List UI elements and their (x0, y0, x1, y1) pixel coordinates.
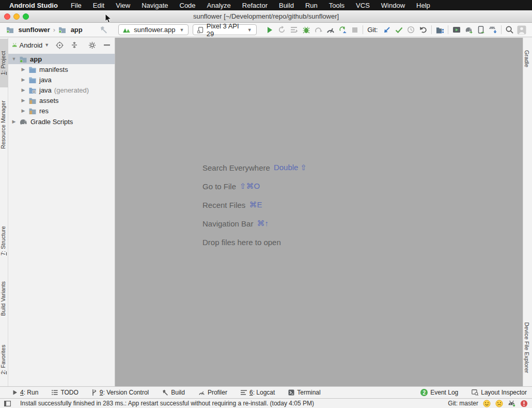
tool-stripe-build-variants[interactable]: Build Variants (0, 271, 8, 325)
run-with-coverage-button (312, 24, 324, 36)
git-rollback-button[interactable] (417, 24, 429, 36)
chevron-down-icon: ▼ (247, 27, 252, 33)
editor-empty-area[interactable]: Search Everywhere Double ⇧ Go to File ⇧⌘… (115, 38, 523, 386)
tool-stripe-resource-manager[interactable]: Resource Manager (0, 92, 8, 158)
feedback-happy-icon[interactable] (483, 400, 491, 407)
git-branch-widget[interactable]: Git: master (448, 400, 478, 407)
window-title: sunflower [~/Development/repo/github/sun… (0, 12, 532, 20)
hint-navigation-bar: Navigation Bar ⌘↑ (202, 214, 307, 233)
window-title-bar[interactable]: sunflower [~/Development/repo/github/sun… (0, 10, 532, 23)
folder-icon (28, 66, 37, 73)
project-structure-button[interactable] (434, 24, 446, 36)
toolwindow-build[interactable]: Build (162, 389, 185, 396)
debug-button[interactable] (300, 24, 312, 36)
toolbar-separator (431, 25, 432, 34)
tool-window-bar: 4: Run TODO 9: Version Control Build Pro… (0, 386, 532, 398)
menu-run[interactable]: Run (300, 2, 323, 9)
tree-item-manifests[interactable]: ▶ manifests (8, 64, 115, 74)
breadcrumb-module[interactable]: app (71, 26, 83, 34)
toolwindow-event-log[interactable]: 2 Event Log (420, 389, 458, 396)
attach-debugger-button[interactable] (336, 24, 348, 36)
menu-file[interactable]: File (65, 2, 87, 9)
menu-vcs[interactable]: VCS (350, 2, 375, 9)
run-button[interactable] (264, 24, 276, 36)
tool-stripe-project[interactable]: 1: Project (0, 39, 8, 87)
toolwindow-logcat[interactable]: 6: Logcat (241, 389, 275, 396)
project-tool-window: Android ▼ ▼ app (8, 38, 115, 386)
ide-error-icon[interactable] (520, 400, 528, 407)
tool-stripe-structure[interactable]: 7: Structure (0, 219, 8, 263)
tree-item-assets[interactable]: ▶ assets (8, 95, 115, 105)
settings-gear-icon[interactable] (88, 39, 96, 51)
terminal-icon (288, 389, 294, 396)
menu-edit[interactable]: Edit (87, 2, 110, 9)
project-view-selector[interactable]: Android (19, 41, 42, 49)
menu-tools[interactable]: Tools (323, 2, 350, 9)
feedback-sad-icon[interactable] (495, 400, 503, 407)
toolwindow-terminal[interactable]: Terminal (288, 389, 320, 396)
menu-help[interactable]: Help (411, 2, 436, 9)
tree-item-java-generated[interactable]: ▶ java (generated) (8, 85, 115, 95)
locate-file-button[interactable] (55, 39, 64, 51)
menu-analyze[interactable]: Analyze (201, 2, 237, 9)
menu-navigate[interactable]: Navigate (136, 2, 174, 9)
avd-manager-button[interactable] (450, 24, 462, 36)
run-configuration-select[interactable]: sunflower.app ▼ (118, 24, 189, 35)
menu-code[interactable]: Code (174, 2, 201, 9)
status-message[interactable]: Install successfully finished in 283 ms.… (20, 400, 314, 407)
tool-stripe-favorites[interactable]: 2: Favorites (0, 335, 8, 384)
toolwindow-todo[interactable]: TODO (52, 389, 78, 396)
device-icon (197, 26, 203, 34)
search-everywhere-button[interactable] (504, 24, 515, 36)
stop-button (349, 24, 361, 36)
version-control-icon (92, 389, 97, 396)
tree-item-res[interactable]: ▶ res (8, 105, 115, 116)
build-hammer-icon (162, 389, 168, 396)
menu-refactor[interactable]: Refactor (237, 2, 273, 9)
tree-item-gradle-scripts[interactable]: ▶ Gradle Scripts (8, 116, 115, 127)
user-avatar-icon[interactable] (515, 24, 527, 36)
keyboard-shortcut-hints: Search Everywhere Double ⇧ Go to File ⇧⌘… (202, 158, 307, 251)
expand-arrow-icon[interactable]: ▶ (21, 108, 26, 113)
expand-arrow-icon[interactable]: ▶ (21, 87, 26, 93)
hide-panel-button[interactable] (103, 39, 111, 51)
layout-inspector-icon (472, 389, 478, 396)
toolwindow-run[interactable]: 4: Run (12, 389, 38, 396)
expand-arrow-icon[interactable]: ▶ (21, 77, 26, 82)
collapse-arrow-icon[interactable]: ▼ (11, 56, 17, 62)
expand-arrow-icon[interactable]: ▶ (11, 119, 17, 124)
build-hammer-icon[interactable] (98, 24, 110, 36)
tree-item-app[interactable]: ▼ app (8, 54, 115, 64)
resources-folder-icon (28, 108, 37, 114)
toolwindow-toggle-icon[interactable] (4, 401, 11, 406)
git-commit-button[interactable] (393, 24, 405, 36)
connected-device-icon[interactable] (508, 400, 515, 407)
profile-button[interactable] (324, 24, 336, 36)
expand-arrow-icon[interactable]: ▶ (21, 98, 26, 103)
expand-arrow-icon[interactable]: ▶ (21, 67, 26, 72)
tool-stripe-device-file-explorer[interactable]: Device File Explorer (524, 311, 532, 384)
tree-item-java[interactable]: ▶ java (8, 74, 115, 85)
git-update-button[interactable] (381, 24, 393, 36)
tool-stripe-gradle[interactable]: Gradle (524, 40, 532, 78)
collapse-all-button[interactable] (70, 39, 79, 51)
toolwindow-profiler[interactable]: Profiler (198, 389, 227, 396)
chevron-down-icon[interactable]: ▼ (44, 42, 49, 48)
project-folder-icon (4, 24, 16, 36)
menu-window[interactable]: Window (375, 2, 411, 9)
toolwindow-version-control[interactable]: 9: Version Control (92, 389, 149, 396)
sdk-manager-button[interactable] (487, 24, 499, 36)
git-label: Git: (367, 26, 378, 34)
device-select[interactable]: Pixel 3 API 29 ▼ (193, 24, 256, 35)
breadcrumb-project[interactable]: sunflower (18, 26, 50, 34)
folder-icon (28, 77, 37, 83)
toolwindow-layout-inspector[interactable]: Layout Inspector (472, 389, 527, 396)
breadcrumb-chevron-icon: › (53, 26, 55, 34)
menu-build[interactable]: Build (273, 2, 300, 9)
menu-app-name[interactable]: Android Studio (9, 2, 58, 9)
run-toolwindow-icon (12, 390, 18, 395)
gradle-sync-button[interactable] (463, 24, 475, 36)
menu-view[interactable]: View (110, 2, 136, 9)
profiler-gauge-icon (198, 390, 205, 395)
device-manager-button[interactable] (475, 24, 487, 36)
